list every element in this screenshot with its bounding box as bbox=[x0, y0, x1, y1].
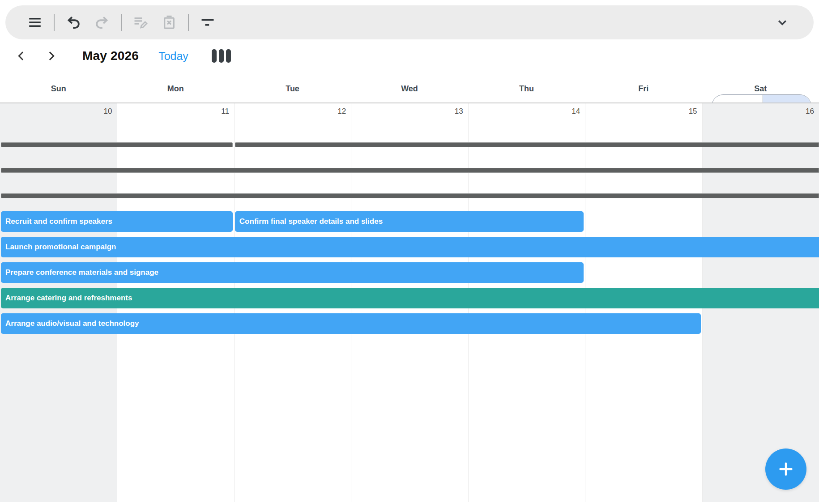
collapse-chevron-icon[interactable] bbox=[772, 13, 792, 32]
overflow-bar[interactable] bbox=[235, 142, 819, 147]
today-button[interactable]: Today bbox=[158, 50, 188, 63]
overflow-bar[interactable] bbox=[1, 168, 819, 173]
day-header-tue: Tue bbox=[234, 81, 351, 103]
event-title: Arrange catering and refreshments bbox=[5, 294, 132, 303]
event-bar[interactable]: Arrange catering and refreshments bbox=[1, 288, 819, 308]
event-title: Launch promotional campaign bbox=[5, 243, 116, 252]
redo-icon[interactable] bbox=[92, 13, 112, 32]
event-title: Confirm final speaker details and slides bbox=[239, 217, 383, 226]
plus-icon bbox=[776, 459, 796, 479]
date-label: 10 bbox=[0, 107, 117, 116]
day-header-sat: Sat bbox=[702, 81, 819, 103]
overflow-bar[interactable] bbox=[1, 142, 233, 147]
event-title: Prepare conference materials and signage bbox=[5, 268, 158, 277]
day-header-row: SunMonTueWedThuFriSat bbox=[0, 81, 819, 103]
date-label: 14 bbox=[468, 107, 585, 116]
day-header-mon: Mon bbox=[117, 81, 234, 103]
calendar-app: May 2026 Today Month Week SunMonTueWedTh… bbox=[0, 0, 819, 504]
date-label: 12 bbox=[234, 107, 351, 116]
overflow-bar[interactable] bbox=[1, 193, 819, 198]
day-header-wed: Wed bbox=[351, 81, 468, 103]
calendar-nav: May 2026 Today Month Week bbox=[0, 43, 819, 69]
event-bar[interactable]: Launch promotional campaign bbox=[1, 237, 819, 257]
day-header-fri: Fri bbox=[585, 81, 702, 103]
date-label: 16 bbox=[702, 107, 819, 116]
add-event-button[interactable] bbox=[765, 448, 806, 490]
toolbar-divider bbox=[121, 14, 122, 31]
page-title: May 2026 bbox=[82, 49, 139, 63]
toolbar-divider bbox=[188, 14, 189, 31]
date-label: 11 bbox=[117, 107, 234, 116]
delete-icon[interactable] bbox=[159, 13, 179, 32]
filter-icon[interactable] bbox=[198, 13, 218, 32]
event-bar[interactable]: Arrange audio/visual and technology bbox=[1, 313, 701, 334]
columns-view-icon[interactable] bbox=[212, 49, 231, 63]
event-bar[interactable]: Recruit and confirm speakers bbox=[1, 211, 233, 232]
event-bar[interactable]: Confirm final speaker details and slides bbox=[235, 211, 584, 232]
menu-icon[interactable] bbox=[25, 13, 45, 32]
event-bar[interactable]: Prepare conference materials and signage bbox=[1, 262, 584, 283]
day-header-sun: Sun bbox=[0, 81, 117, 103]
week-grid: 10111213141516Recruit and confirm speake… bbox=[0, 103, 819, 502]
date-label: 15 bbox=[585, 107, 702, 116]
edit-icon[interactable] bbox=[131, 13, 150, 32]
prev-week-icon[interactable] bbox=[12, 46, 31, 66]
date-label: 13 bbox=[351, 107, 468, 116]
event-title: Arrange audio/visual and technology bbox=[5, 319, 139, 328]
toolbar bbox=[5, 5, 814, 39]
event-title: Recruit and confirm speakers bbox=[5, 217, 112, 226]
day-header-thu: Thu bbox=[468, 81, 585, 103]
undo-icon[interactable] bbox=[64, 13, 83, 32]
toolbar-divider bbox=[54, 14, 55, 31]
next-week-icon[interactable] bbox=[41, 46, 61, 66]
